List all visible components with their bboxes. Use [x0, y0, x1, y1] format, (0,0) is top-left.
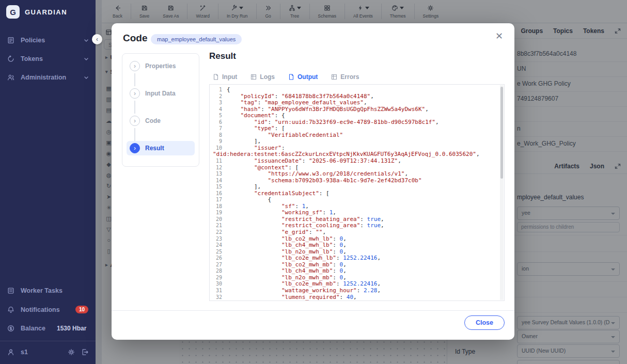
chevron-down-icon — [84, 39, 88, 42]
tab-input[interactable]: Input — [213, 73, 237, 81]
sidebar-nav: Policies Tokens Administration — [0, 31, 96, 87]
app-title: GUARDIAN — [25, 8, 67, 16]
sidebar: G GUARDIAN Policies Tokens Administratio… — [0, 0, 96, 364]
sidebar-item-label: Tokens — [21, 55, 43, 62]
document-list-icon — [7, 37, 14, 44]
screen: G GUARDIAN Policies Tokens Administratio… — [0, 0, 627, 364]
sidebar-item-label: Balance — [21, 325, 45, 332]
file-icon — [213, 74, 219, 80]
notifications-badge: 10 — [75, 306, 88, 313]
code-line: 24 "lb_ch4_mwh_lb": 0, — [210, 242, 504, 249]
sidebar-item-tokens[interactable]: Tokens — [0, 50, 96, 68]
step-properties[interactable]: › Properties — [127, 59, 195, 86]
chevron-down-icon — [84, 58, 88, 60]
step-circle-icon: › — [130, 88, 140, 99]
table-icon — [331, 74, 337, 80]
code-line: 32 "lumens_required": 40, — [210, 294, 504, 301]
code-line: 7 "type": [ — [210, 125, 504, 132]
chevron-down-icon — [84, 76, 88, 79]
step-connector — [134, 101, 135, 114]
tab-output[interactable]: Output — [288, 73, 318, 81]
user-icon — [7, 349, 14, 356]
step-circle-icon: › — [130, 116, 140, 126]
code-line: 31 "wattage_working_hour": 2.28, — [210, 288, 504, 294]
step-connector — [134, 73, 135, 86]
code-lines: 1{2 "policyId": "6841878b8c3f7b564a0c414… — [210, 85, 504, 300]
sidebar-item-label: Notifications — [21, 306, 60, 313]
sidebar-item-balance[interactable]: Balance 1530 Hbar — [0, 319, 96, 338]
code-line: 17 { — [210, 197, 504, 203]
step-input-data[interactable]: › Input Data — [127, 86, 195, 114]
tab-errors[interactable]: Errors — [331, 73, 359, 81]
file-icon — [288, 74, 294, 80]
footer-divider — [112, 310, 514, 311]
app-logo: G GUARDIAN — [0, 0, 96, 24]
refresh-icon — [7, 55, 14, 62]
step-code[interactable]: › Code — [127, 114, 195, 141]
gear-icon[interactable] — [68, 349, 75, 356]
dialog-title: Code — [123, 33, 148, 44]
sidebar-item-label: Administration — [21, 74, 66, 81]
result-tabs: Input Logs Output Errors — [213, 73, 359, 81]
sidebar-item-label: Policies — [21, 37, 45, 44]
sidebar-collapse-button[interactable]: ‹ — [92, 34, 102, 44]
guardian-logo-icon: G — [6, 5, 20, 19]
tab-logs[interactable]: Logs — [250, 73, 275, 81]
dialog-stepper: › Properties › Input Data › Code — [122, 53, 199, 167]
tasks-icon — [7, 287, 14, 294]
sidebar-item-policies[interactable]: Policies — [0, 31, 96, 50]
username: s1 — [21, 349, 28, 356]
sidebar-item-label: Worker Tasks — [21, 287, 62, 294]
code-dialog: Code map_employee_default_values ✕ › Pro… — [112, 23, 514, 340]
code-line: 28 "lb_ch4_mwh_mb": 0, — [210, 268, 504, 275]
close-button[interactable]: Close — [464, 315, 505, 330]
json-output-editor[interactable]: 1{2 "policyId": "6841878b8c3f7b564a0c414… — [209, 84, 505, 301]
bell-icon — [7, 306, 14, 313]
editor-scrollbar — [500, 85, 504, 300]
step-circle-icon: › — [130, 143, 140, 153]
close-icon[interactable]: ✕ — [495, 31, 503, 41]
step-circle-icon: › — [130, 61, 140, 71]
sidebar-bottom: Worker Tasks Notifications 10 Balance 15… — [0, 281, 96, 362]
sidebar-user-row: s1 — [0, 341, 96, 362]
sidebar-item-notifications[interactable]: Notifications 10 — [0, 300, 96, 319]
coin-icon — [7, 325, 14, 332]
users-icon — [7, 74, 14, 81]
sidebar-item-worker-tasks[interactable]: Worker Tasks — [0, 281, 96, 300]
code-line: 22 "e_grid": "", — [210, 229, 504, 236]
step-connector — [134, 128, 135, 141]
balance-value: 1530 Hbar — [57, 325, 86, 332]
block-tag-chip: map_employee_default_values — [151, 34, 242, 44]
logout-icon[interactable] — [81, 349, 88, 356]
code-line: 26 "lb_co2e_mwh_lb": 1252.22416, — [210, 255, 504, 262]
result-section-title: Result — [209, 51, 236, 61]
scrollbar-thumb[interactable] — [500, 87, 503, 179]
chevron-left-icon: ‹ — [96, 36, 98, 43]
step-result[interactable]: › Result — [127, 141, 195, 155]
table-icon — [250, 74, 257, 80]
sidebar-item-administration[interactable]: Administration — [0, 68, 96, 87]
